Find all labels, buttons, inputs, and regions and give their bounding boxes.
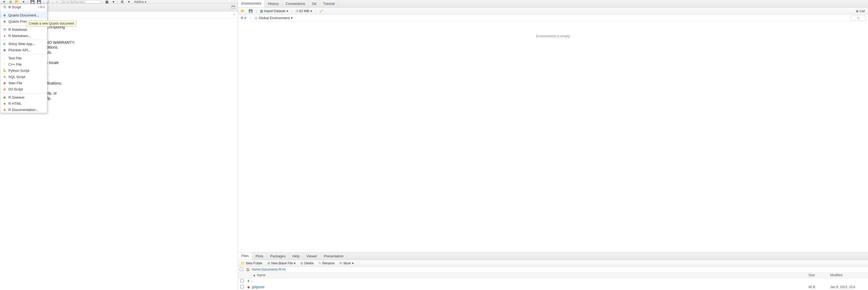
more-files-button[interactable]: ⚙More ▾: [338, 261, 354, 266]
breadcrumb-documents[interactable]: Documents: [261, 267, 278, 271]
files-breadcrumb: 🏠 Home›Documents›R›hh: [238, 267, 868, 273]
sort-by-name[interactable]: ▲ Name: [246, 273, 808, 277]
file-row[interactable]: ◆.gitignore40 BJan 9, 2023, 10:4: [238, 284, 868, 290]
clear-console-icon[interactable]: ✎: [233, 13, 236, 16]
tab-tutorial[interactable]: Tutorial: [320, 0, 338, 7]
menu-item-label: Shiny Web App...: [8, 42, 35, 46]
new-file-dropdown[interactable]: ▾: [1, 0, 7, 3]
go-to-file-input[interactable]: Go to file/function: [60, 0, 101, 3]
menu-item-plumber-api-[interactable]: ◉Plumber API...: [0, 47, 47, 53]
menu-item-r-sweave[interactable]: ◉R Sweave: [0, 94, 47, 101]
menu-item-c-file[interactable]: ᶜC++ File: [0, 61, 47, 68]
new-blank-file-button[interactable]: ⊕New Blank File ▾: [266, 261, 297, 266]
file-checkbox[interactable]: [240, 279, 244, 283]
menu-item-r-html[interactable]: ◉R HTML: [0, 101, 47, 107]
r-language-selector[interactable]: R ▾: [240, 15, 247, 21]
menu-item-label: R Script: [8, 5, 21, 9]
menu-item-quarto-document-[interactable]: ◉Quarto Document...: [0, 12, 47, 19]
go-to-icon: ➣: [54, 0, 60, 3]
tab-packages[interactable]: Packages: [267, 253, 289, 259]
quarto-icon: ◉: [2, 13, 7, 17]
menu-item-label: R HTML: [8, 102, 21, 106]
tools-button[interactable]: ⚙: [119, 0, 125, 3]
tools-dropdown[interactable]: ▾: [126, 0, 132, 3]
menu-item-r-documentation-[interactable]: ◉R Documentation...: [0, 107, 47, 113]
memory-usage[interactable]: ◔ 82 MiB ▾: [294, 9, 313, 13]
tab-environment[interactable]: Environment: [238, 0, 265, 7]
save-button[interactable]: 💾: [30, 0, 35, 3]
maximize-pane-icon[interactable]: [231, 5, 236, 10]
load-workspace-button[interactable]: 📂: [240, 9, 246, 13]
tab-git[interactable]: Git: [309, 0, 320, 7]
sort-by-size[interactable]: Size: [808, 273, 830, 277]
import-dataset-button[interactable]: ▦ Import Dataset ▾: [259, 9, 289, 13]
open-recent-dropdown[interactable]: ▾: [21, 0, 27, 3]
rename-file-button[interactable]: ✎Rename: [317, 261, 336, 266]
file-name[interactable]: ..: [251, 279, 808, 283]
grid-button[interactable]: ▦: [104, 0, 110, 3]
list-view-button[interactable]: ≣ List: [854, 9, 866, 13]
breadcrumb-hh[interactable]: hh: [282, 267, 286, 271]
tab-files[interactable]: Files: [238, 252, 252, 260]
shiny-icon: ◐: [2, 42, 7, 46]
tab-viewer[interactable]: Viewer: [303, 253, 321, 259]
menu-item-label: Plumber API...: [8, 48, 31, 52]
menu-item-label: R Markdown...: [8, 34, 31, 38]
file-modified: Jan 9, 2023, 10:4: [830, 285, 868, 289]
clear-workspace-button[interactable]: 🧹: [318, 9, 324, 13]
save-workspace-button[interactable]: 💾: [248, 9, 254, 13]
select-all-checkbox[interactable]: [240, 267, 243, 271]
new-folder-button[interactable]: 📁New Folder: [240, 261, 264, 266]
environment-scope-bar: R ▾ ◎ Global Environment ▾: [238, 14, 868, 22]
tab-plots[interactable]: Plots: [252, 253, 267, 259]
tab-presentation[interactable]: Presentation: [321, 253, 347, 259]
menu-item-label: Python Script: [8, 69, 29, 73]
open-file-button[interactable]: 📂: [14, 0, 20, 3]
plumber-icon: ◉: [2, 48, 7, 52]
menu-item-sql-script[interactable]: ◆SQL Script: [0, 74, 47, 80]
rdoc-icon: ◉: [2, 108, 7, 112]
save-all-button[interactable]: 💾: [36, 0, 42, 3]
menu-item-r-script[interactable]: ⓇR Script⇧⌘N: [0, 4, 47, 10]
menu-item-label: R Documentation...: [8, 108, 38, 112]
menu-item-python-script[interactable]: 🐍Python Script: [0, 68, 47, 74]
environment-search[interactable]: [850, 15, 866, 21]
r-icon: Ⓡ: [2, 5, 7, 9]
tab-history[interactable]: History: [265, 0, 282, 7]
tab-help[interactable]: Help: [289, 253, 303, 259]
grid-dropdown[interactable]: ▾: [111, 0, 116, 3]
files-tabstrip: FilesPlotsPackagesHelpViewerPresentation: [238, 252, 868, 260]
file-name[interactable]: .gitignore: [251, 285, 808, 289]
menu-item-label: SQL Script: [8, 75, 25, 79]
menu-item-stan-file[interactable]: ◉Stan File: [0, 80, 47, 86]
environment-empty-text: Environment is empty: [536, 34, 570, 38]
sql-icon: ◆: [2, 75, 7, 79]
environment-body: Environment is empty: [238, 22, 868, 252]
menu-item-label: C++ File: [8, 62, 22, 66]
breadcrumb-home[interactable]: Home: [252, 267, 260, 271]
menu-item-d-script[interactable]: ◉D3 Script: [0, 86, 47, 92]
menu-item-r-markdown-[interactable]: ●R Markdown...: [0, 33, 47, 39]
new-project-button[interactable]: ⊕: [7, 0, 13, 3]
print-button[interactable]: 🖨: [45, 0, 51, 3]
sort-by-modified[interactable]: Modified: [830, 273, 868, 277]
svg-point-2: [857, 17, 859, 19]
gitignore-icon: ◆: [246, 285, 251, 289]
file-checkbox[interactable]: [240, 285, 244, 288]
files-header-row: ▲ Name Size Modified: [238, 273, 868, 278]
environment-scope-selector[interactable]: ◎ Global Environment ▾: [253, 15, 293, 21]
file-size: 40 B: [808, 285, 830, 289]
sweave-icon: ◉: [2, 95, 7, 100]
delete-file-button[interactable]: ⊘Delete: [299, 261, 315, 266]
tab-connections[interactable]: Connections: [282, 0, 308, 7]
file-row[interactable]: ⬆..: [238, 278, 868, 284]
new-file-menu: ⓇR Script⇧⌘N◉Quarto Document...◉Quarto P…: [0, 4, 48, 113]
menu-item-r-notebook[interactable]: ⓇR Notebook: [0, 27, 47, 33]
home-icon[interactable]: 🏠: [246, 267, 250, 271]
svg-rect-1: [231, 6, 235, 6]
menu-item-text-file[interactable]: ▫Text File: [0, 55, 47, 61]
menu-item-shiny-web-app-[interactable]: ◐Shiny Web App...: [0, 41, 47, 47]
rhtml-icon: ◉: [2, 102, 7, 106]
addins-menu[interactable]: Addins ▾: [132, 0, 148, 4]
rmd-icon: ●: [2, 34, 7, 38]
